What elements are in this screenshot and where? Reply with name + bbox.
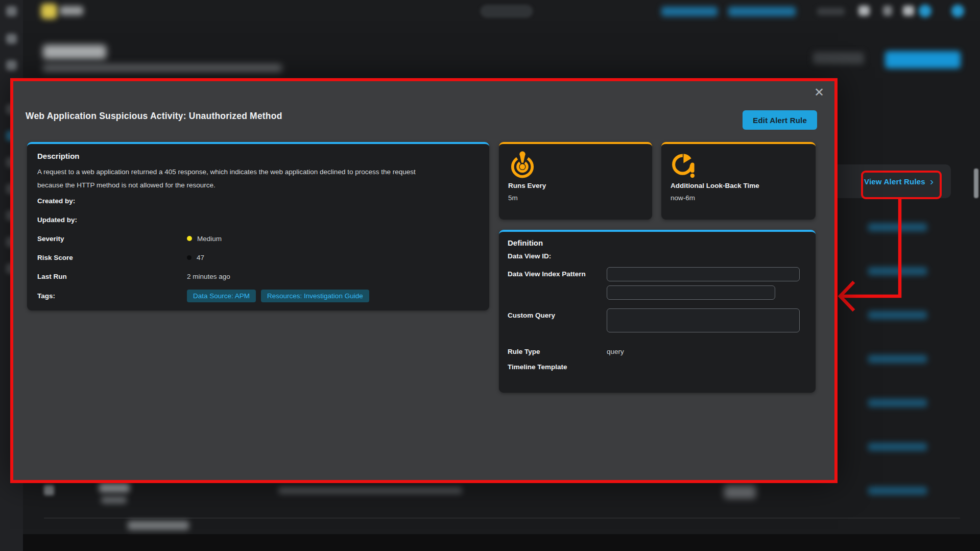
field-row-risk-score: Risk Score 47 xyxy=(37,252,479,263)
description-line2: because the HTTP method is not allowed f… xyxy=(37,181,216,189)
last-run-label: Last Run xyxy=(37,273,187,280)
index-pattern-row: Data View Index Pattern xyxy=(508,267,807,300)
description-body: A request to a web application returned … xyxy=(37,165,479,192)
field-row-created-by: Created by: xyxy=(37,195,479,206)
last-run-value: 2 minutes ago xyxy=(187,273,479,280)
table-row-link-blurred[interactable] xyxy=(868,443,927,451)
app-logo-text xyxy=(60,6,83,15)
definition-heading: Definition xyxy=(508,238,807,247)
page-action-blurred[interactable] xyxy=(813,52,864,64)
look-back-label: Additional Look-Back Time xyxy=(671,182,806,189)
severity-label: Severity xyxy=(37,235,187,243)
custom-query-row: Custom Query xyxy=(508,308,807,334)
description-heading: Description xyxy=(37,152,479,160)
sidebar-nav-icon[interactable] xyxy=(6,34,17,44)
severity-value: Medium xyxy=(197,235,222,243)
tag-badge[interactable]: Resources: Investigation Guide xyxy=(261,290,369,302)
timeline-template-value xyxy=(607,363,807,371)
rule-type-row: Rule Type query xyxy=(508,348,807,355)
custom-query-label: Custom Query xyxy=(508,308,607,334)
timeline-template-row: Timeline Template xyxy=(508,363,807,371)
tags-label: Tags: xyxy=(37,292,187,300)
sidebar-nav-icon[interactable] xyxy=(6,60,17,70)
header-grid-icon[interactable] xyxy=(858,6,870,16)
page-title-blurred xyxy=(43,45,106,59)
table-row-link-blurred[interactable] xyxy=(868,487,927,495)
field-row-severity: Severity Medium xyxy=(37,233,479,244)
runs-every-card: Runs Every 5m xyxy=(499,142,652,220)
row-text-blurred xyxy=(101,496,127,504)
risk-score-dot-icon xyxy=(187,255,192,260)
header-bell-icon[interactable] xyxy=(883,6,892,16)
modal-title: Web Application Suspicious Activity: Una… xyxy=(26,111,282,122)
scrollbar-thumb[interactable] xyxy=(974,169,978,198)
table-row-link-blurred[interactable] xyxy=(868,355,927,363)
field-row-tags: Tags: Data Source: APM Resources: Invest… xyxy=(37,290,479,302)
header-search-input[interactable] xyxy=(481,5,533,17)
row-text-blurred xyxy=(724,485,756,498)
created-by-label: Created by: xyxy=(37,197,187,205)
header-help-icon[interactable] xyxy=(903,6,914,16)
close-icon[interactable]: ✕ xyxy=(814,86,824,99)
updated-by-label: Updated by: xyxy=(37,216,187,224)
pulse-target-icon xyxy=(508,151,537,179)
definition-panel: Definition Data View ID: Data View Index… xyxy=(499,230,816,393)
field-row-updated-by: Updated by: xyxy=(37,214,479,225)
custom-query-input[interactable] xyxy=(607,308,800,332)
index-pattern-input-secondary[interactable] xyxy=(607,285,775,300)
app-logo-icon xyxy=(41,4,57,19)
header-avatar[interactable] xyxy=(919,5,931,17)
pagination-text-blurred xyxy=(128,521,189,530)
sidebar-menu-icon[interactable] xyxy=(6,6,17,16)
header-text-blurred xyxy=(817,8,845,15)
alert-rule-detail-modal: ✕ Web Application Suspicious Activity: U… xyxy=(10,78,838,483)
runs-every-label: Runs Every xyxy=(508,182,643,189)
table-row-link-blurred[interactable] xyxy=(868,399,927,407)
header-link-blurred[interactable] xyxy=(661,7,718,16)
index-pattern-input[interactable] xyxy=(607,267,800,281)
row-text-blurred xyxy=(99,483,130,492)
rule-type-value: query xyxy=(607,348,807,355)
rule-type-label: Rule Type xyxy=(508,348,607,355)
row-text-blurred xyxy=(278,487,462,494)
look-back-value: now-6m xyxy=(671,194,806,202)
annotation-arrow xyxy=(822,196,924,314)
timeline-template-label: Timeline Template xyxy=(508,363,607,371)
row-checkbox-blurred[interactable] xyxy=(44,485,54,495)
edit-alert-rule-button[interactable]: Edit Alert Rule xyxy=(743,110,817,130)
field-row-last-run: Last Run 2 minutes ago xyxy=(37,271,479,282)
header-link-blurred[interactable] xyxy=(728,7,796,16)
data-view-id-label: Data View ID: xyxy=(508,252,807,260)
risk-score-value: 47 xyxy=(197,254,204,261)
page-subtitle-blurred xyxy=(43,64,282,72)
annotation-highlight-box xyxy=(861,171,942,199)
severity-medium-dot-icon xyxy=(187,236,192,241)
header-avatar[interactable] xyxy=(951,5,964,17)
look-back-card: Additional Look-Back Time now-6m xyxy=(661,142,816,220)
page-primary-button-blurred[interactable] xyxy=(885,51,961,68)
description-line1: A request to a web application returned … xyxy=(37,168,416,176)
index-pattern-label: Data View Index Pattern xyxy=(508,267,607,300)
table-divider xyxy=(44,518,960,518)
tag-badge[interactable]: Data Source: APM xyxy=(187,290,256,302)
description-panel: Description A request to a web applicati… xyxy=(27,142,489,310)
page-bottom-strip xyxy=(23,534,980,551)
elapsed-time-icon xyxy=(671,151,699,179)
risk-score-label: Risk Score xyxy=(37,254,187,261)
runs-every-value: 5m xyxy=(508,194,643,202)
